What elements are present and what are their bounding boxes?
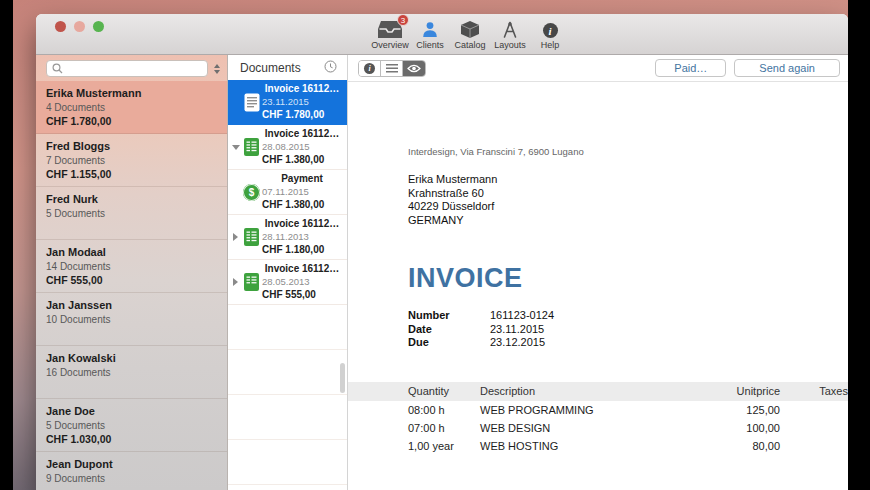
toolbar-label: Catalog — [454, 40, 485, 50]
client-doc-count: 10 Documents — [46, 313, 217, 326]
close-window-button[interactable] — [55, 21, 66, 32]
cell-unitprice: 125,00 — [720, 404, 780, 416]
list-icon — [386, 61, 398, 76]
preview-view-button[interactable] — [403, 61, 425, 76]
client-row[interactable]: Jane Doe 5 Documents CHF 1.030,00 — [36, 399, 227, 452]
client-amount: CHF 1.155,00 — [46, 168, 217, 181]
box-icon — [461, 17, 479, 38]
toolbar-item-catalog[interactable]: Catalog — [450, 17, 490, 50]
recipient-line: Krahnstraße 60 — [408, 187, 848, 201]
cell-quantity: 07:00 h — [408, 422, 480, 434]
help-icon: i — [543, 17, 558, 38]
invoice-number-label: Number — [408, 309, 490, 323]
toolbar-item-clients[interactable]: Clients — [410, 17, 450, 50]
toolbar-item-overview[interactable]: 3 Overview — [370, 17, 410, 50]
client-name: Jean Dupont — [46, 458, 217, 471]
recipient-line: GERMANY — [408, 214, 848, 228]
recipient-address: Erika Mustermann Krahnstraße 60 40229 Dü… — [408, 173, 848, 227]
sender-address-line: Interdesign, Via Franscini 7, 6900 Lugan… — [408, 146, 848, 157]
disclosure-triangle-expanded[interactable] — [230, 145, 241, 150]
column-header-taxes: Taxes — [780, 385, 848, 397]
client-row[interactable]: Jan Modaal 14 Documents CHF 555,00 — [36, 240, 227, 293]
app-window: 3 Overview Clients Catalog Lay — [36, 14, 848, 490]
search-input[interactable] — [66, 63, 202, 74]
document-row[interactable]: Invoice 16112… 28.08.2015 CHF 1.380,00 — [228, 125, 347, 170]
client-row[interactable]: Erika Mustermann 4 Documents CHF 1.780,0… — [36, 81, 227, 134]
cell-unitprice: 100,00 — [720, 422, 780, 434]
document-date: 23.11.2015 — [262, 96, 342, 108]
client-amount: CHF 1.780,00 — [46, 115, 217, 128]
toolbar-label: Overview — [371, 40, 409, 50]
documents-panel-title: Documents — [240, 61, 301, 75]
invoice-heading: INVOICE — [408, 263, 848, 294]
client-amount — [46, 380, 217, 393]
disclosure-triangle-collapsed[interactable] — [230, 278, 241, 286]
cell-quantity: 1,00 year — [408, 440, 480, 452]
toolbar-item-help[interactable]: i Help — [530, 17, 570, 50]
client-row[interactable]: Fred Nurk 5 Documents — [36, 187, 227, 240]
search-field[interactable] — [46, 60, 208, 77]
document-row[interactable]: Invoice 16112… 23.11.2015 CHF 1.780,00 — [228, 80, 347, 125]
zoom-window-button[interactable] — [93, 21, 104, 32]
invoice-icon — [241, 93, 262, 112]
tray-icon: 3 — [378, 17, 402, 38]
invoice-icon — [241, 273, 262, 291]
cell-description: WEB DESIGN — [480, 422, 720, 434]
search-row — [36, 55, 227, 81]
client-doc-count: 4 Documents — [46, 101, 217, 114]
client-doc-count: 5 Documents — [46, 207, 217, 220]
client-doc-count: 5 Documents — [46, 419, 217, 432]
toolbar-item-layouts[interactable]: Layouts — [490, 17, 530, 50]
toolbar-label: Layouts — [494, 40, 526, 50]
send-again-button[interactable]: Send again — [734, 59, 840, 77]
triangle-right-icon — [233, 278, 238, 286]
invoice-line-items-table: Quantity Description Unitprice Taxes 08:… — [348, 382, 848, 455]
client-row[interactable]: Jan Janssen 10 Documents — [36, 293, 227, 346]
main-toolbar: 3 Overview Clients Catalog Lay — [370, 17, 570, 50]
client-amount: CHF 555,00 — [46, 274, 217, 287]
column-header-description: Description — [480, 385, 720, 397]
client-row[interactable]: Jean Dupont 9 Documents — [36, 452, 227, 490]
disclosure-triangle-collapsed[interactable] — [230, 233, 241, 241]
document-amount: CHF 1.380,00 — [262, 154, 342, 166]
table-header-row: Quantity Description Unitprice Taxes — [348, 382, 848, 401]
info-view-button[interactable]: i — [359, 61, 381, 76]
client-name: Erika Mustermann — [46, 87, 217, 100]
compass-icon — [502, 17, 518, 38]
window-controls — [55, 21, 104, 32]
scrollbar-thumb[interactable] — [340, 363, 345, 393]
client-name: Fred Nurk — [46, 193, 217, 206]
empty-row — [228, 350, 347, 395]
clock-icon[interactable] — [324, 59, 337, 77]
list-view-button[interactable] — [381, 61, 403, 76]
table-row: 08:00 h WEB PROGRAMMING 125,00 — [348, 401, 848, 419]
minimize-window-button[interactable] — [74, 21, 85, 32]
client-row[interactable]: Fred Bloggs 7 Documents CHF 1.155,00 — [36, 134, 227, 187]
document-row[interactable]: Invoice 16112… 28.11.2013 CHF 1.180,00 — [228, 215, 347, 260]
empty-row — [228, 440, 347, 485]
document-row-payment[interactable]: $ Payment 07.11.2015 CHF 1.380,00 — [228, 170, 347, 215]
client-doc-count: 14 Documents — [46, 260, 217, 273]
invoice-due-value: 23.12.2015 — [490, 336, 545, 350]
document-date: 28.05.2013 — [262, 276, 342, 288]
document-row[interactable]: Invoice 16112… 28.05.2013 CHF 555,00 — [228, 260, 347, 305]
client-doc-count: 9 Documents — [46, 472, 217, 485]
eye-icon — [407, 61, 421, 76]
client-row[interactable]: Jan Kowalski 16 Documents — [36, 346, 227, 399]
invoice-due-label: Due — [408, 336, 490, 350]
client-amount — [46, 221, 217, 234]
document-amount: CHF 1.180,00 — [262, 244, 342, 256]
invoice-date-label: Date — [408, 323, 490, 337]
document-amount: CHF 1.780,00 — [262, 109, 342, 121]
search-scope-stepper[interactable] — [212, 64, 221, 74]
client-doc-count: 7 Documents — [46, 154, 217, 167]
clients-sidebar: Erika Mustermann 4 Documents CHF 1.780,0… — [36, 55, 228, 490]
invoice-number-value: 161123-0124 — [490, 309, 554, 323]
person-icon — [422, 17, 438, 38]
document-date: 28.11.2013 — [262, 231, 342, 243]
info-icon: i — [364, 63, 375, 74]
empty-row — [228, 305, 347, 350]
paid-button[interactable]: Paid… — [655, 59, 726, 77]
document-title: Payment — [262, 173, 342, 185]
documents-panel: Documents Invoice 16112… 23.11.2015 CHF … — [228, 55, 348, 490]
